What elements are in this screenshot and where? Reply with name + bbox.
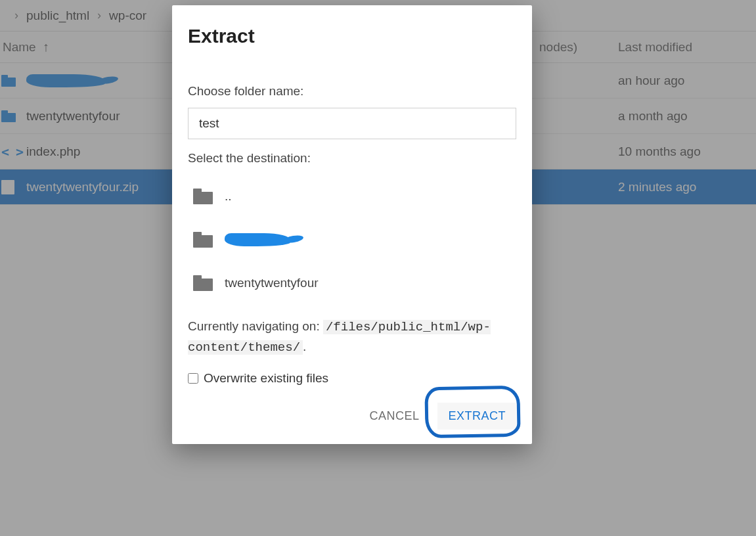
destination-item-parent[interactable]: .. [188,175,516,218]
current-navigation: Currently navigating on: /files/public_h… [188,317,516,358]
cancel-button[interactable]: CANCEL [359,403,430,430]
destination-item[interactable] [188,218,516,261]
destination-item-label: .. [225,189,232,204]
curnav-prefix: Currently navigating on: [188,319,323,333]
folder-icon [193,189,213,204]
folder-name-input[interactable] [188,108,516,139]
folder-name-label: Choose folder name: [188,84,516,99]
redacted-label [225,233,290,246]
overwrite-label: Overwrite existing files [204,371,328,386]
overwrite-option[interactable]: Overwrite existing files [188,371,516,386]
folder-icon [193,275,213,291]
overwrite-checkbox[interactable] [188,373,198,384]
extract-dialog: Extract Choose folder name: Select the d… [172,5,532,444]
curnav-suffix: . [303,340,306,353]
destination-item-label: twentytwentyfour [225,276,319,290]
destination-label: Select the destination: [188,151,516,166]
dialog-title: Extract [188,25,516,47]
destination-list: .. twentytwentyfour [188,175,516,305]
folder-icon [193,232,213,248]
destination-item[interactable]: twentytwentyfour [188,261,516,305]
extract-button[interactable]: EXTRACT [437,403,516,430]
dialog-actions: CANCEL EXTRACT [188,403,516,430]
